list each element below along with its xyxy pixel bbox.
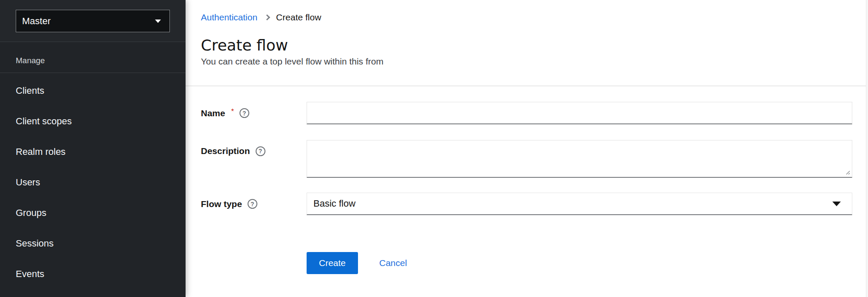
breadcrumb: Authentication Create flow [201,13,852,22]
page-title: Create flow [201,37,852,53]
cancel-button[interactable]: Cancel [379,258,407,268]
flow-type-select[interactable]: Basic flow [307,193,852,215]
chevron-right-icon [264,14,270,20]
chevron-down-icon [832,202,841,206]
required-asterisk: * [231,107,234,116]
flow-type-selected-value: Basic flow [313,198,355,209]
flow-type-label-group: Flow type ? [201,199,307,209]
description-textarea[interactable] [307,140,852,178]
page-subtitle: You can create a top level flow within t… [201,56,852,67]
sidebar-item-events[interactable]: Events [0,259,186,289]
sidebar-item-realm-roles[interactable]: Realm roles [0,137,186,167]
form-actions: Create Cancel [307,252,852,274]
create-flow-form: Name * ? Description ? [186,86,868,274]
nav-group-title: Manage [0,42,186,73]
sidebar-item-users[interactable]: Users [0,167,186,198]
realm-selector-dropdown[interactable]: Master [16,10,170,32]
sidebar-nav: Clients Client scopes Realm roles Users … [0,73,186,289]
description-control [307,140,852,178]
description-help-icon[interactable]: ? [256,146,265,156]
chevron-down-icon [155,20,161,23]
sidebar: Master Manage Clients Client scopes Real… [0,0,186,297]
create-button[interactable]: Create [307,252,358,274]
app-window: Master Manage Clients Client scopes Real… [0,0,868,297]
resize-handle-icon[interactable] [844,169,850,175]
page-header: Authentication Create flow Create flow Y… [186,0,868,86]
sidebar-item-groups[interactable]: Groups [0,198,186,228]
description-label-group: Description ? [201,140,307,156]
realm-selector-section: Master [0,0,186,42]
form-row-name: Name * ? [201,102,852,124]
flow-type-help-icon[interactable]: ? [248,199,257,209]
flow-type-label: Flow type [201,199,242,209]
name-label: Name [201,108,225,118]
sidebar-item-clients[interactable]: Clients [0,76,186,106]
name-control [307,102,852,124]
breadcrumb-link-authentication[interactable]: Authentication [201,13,257,22]
form-row-flow-type: Flow type ? Basic flow [201,193,852,215]
flow-type-control: Basic flow [307,193,852,215]
sidebar-item-client-scopes[interactable]: Client scopes [0,106,186,137]
name-label-group: Name * ? [201,108,307,118]
form-row-description: Description ? [201,140,852,178]
name-input[interactable] [307,102,852,124]
main-content: Authentication Create flow Create flow Y… [186,0,868,297]
sidebar-item-sessions[interactable]: Sessions [0,228,186,259]
breadcrumb-current: Create flow [276,13,321,22]
realm-selector-value: Master [22,16,51,27]
description-label: Description [201,146,250,156]
scrollbar-track[interactable] [866,0,868,297]
name-help-icon[interactable]: ? [240,108,249,118]
